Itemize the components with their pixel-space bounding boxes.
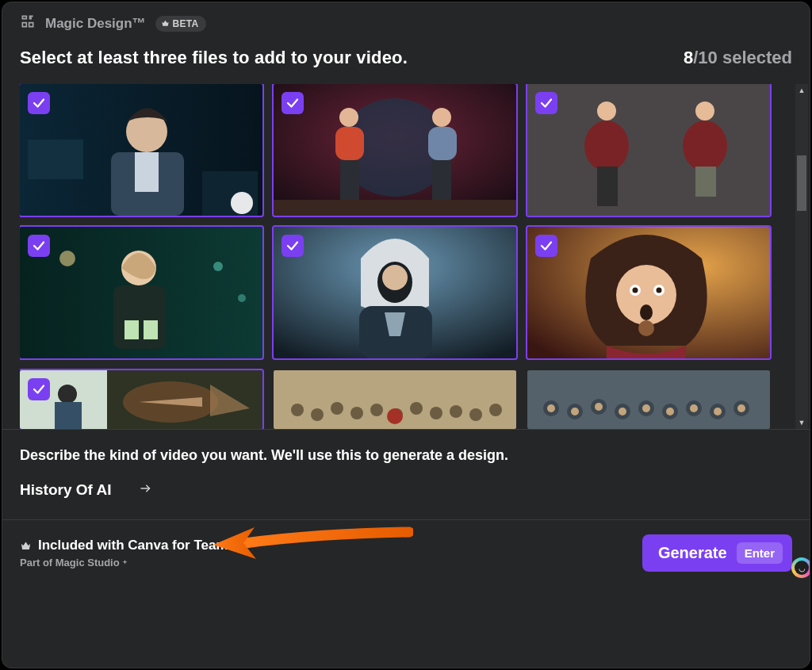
svg-point-6 (231, 192, 253, 214)
svg-point-59 (489, 404, 502, 416)
selection-header: Select at least three files to add to yo… (2, 41, 810, 84)
svg-rect-14 (432, 160, 451, 200)
svg-point-76 (666, 408, 674, 415)
svg-point-49 (291, 404, 304, 416)
sparkle-icon (121, 559, 128, 566)
crown-icon (20, 540, 32, 552)
svg-point-42 (638, 320, 654, 336)
svg-point-9 (339, 108, 358, 127)
svg-rect-15 (274, 200, 516, 216)
enter-key-chip: Enter (737, 542, 783, 564)
svg-rect-29 (124, 320, 139, 339)
svg-rect-1 (28, 140, 83, 179)
generate-button[interactable]: Generate Enter (642, 534, 792, 572)
svg-rect-30 (144, 320, 158, 339)
svg-point-51 (331, 402, 343, 415)
svg-point-17 (597, 101, 616, 121)
scroll-down-button[interactable]: ▼ (795, 416, 808, 429)
svg-rect-11 (340, 160, 359, 200)
media-thumb-1[interactable] (20, 84, 262, 216)
svg-point-60 (387, 408, 403, 424)
svg-point-75 (642, 404, 650, 412)
svg-rect-13 (428, 127, 457, 160)
svg-rect-61 (527, 370, 770, 429)
svg-point-72 (571, 408, 579, 415)
svg-point-57 (450, 405, 462, 418)
svg-point-58 (469, 408, 482, 421)
checkbox-icon (28, 235, 50, 257)
magic-design-icon (20, 13, 36, 33)
arrow-right-icon (139, 481, 153, 499)
assistant-badge[interactable]: ◡ (791, 557, 810, 578)
prompt-input[interactable] (20, 481, 131, 499)
included-with-label: Included with Canva for Teams (20, 538, 236, 553)
svg-point-71 (547, 404, 555, 412)
checkbox-icon (535, 235, 557, 257)
media-thumb-6[interactable] (527, 227, 770, 358)
selection-counter: 8/10 selected (684, 48, 792, 68)
svg-rect-16 (527, 84, 770, 216)
gallery-scrollbar[interactable]: ▲ ▼ (795, 84, 808, 429)
svg-point-77 (690, 404, 698, 412)
part-of-label: Part of Magic Studio (20, 557, 236, 569)
media-thumb-7[interactable] (20, 370, 262, 429)
media-thumb-9[interactable] (527, 370, 770, 429)
checkbox-icon (282, 235, 304, 257)
svg-rect-22 (695, 167, 716, 197)
svg-point-33 (382, 265, 408, 290)
svg-point-38 (633, 288, 638, 293)
svg-point-21 (683, 121, 727, 171)
svg-point-40 (657, 288, 662, 293)
panel-footer: Included with Canva for Teams Part of Ma… (2, 519, 810, 589)
scroll-up-button[interactable]: ▲ (795, 84, 808, 97)
panel-title: Magic Design™ (45, 16, 146, 32)
checkbox-icon (28, 378, 50, 400)
describe-label: Describe the kind of video you want. We'… (20, 447, 792, 464)
svg-point-25 (213, 262, 223, 271)
svg-point-56 (430, 407, 442, 419)
gallery-wrapper: ▲ ▼ (20, 84, 810, 429)
svg-point-45 (58, 385, 77, 404)
scroll-thumb[interactable] (797, 155, 806, 211)
svg-point-52 (350, 407, 363, 419)
svg-rect-46 (55, 402, 82, 429)
media-thumb-5[interactable] (274, 227, 516, 358)
svg-point-12 (432, 108, 451, 127)
svg-point-55 (410, 402, 423, 415)
svg-rect-28 (113, 285, 166, 349)
svg-point-74 (619, 408, 626, 415)
media-thumb-2[interactable] (274, 84, 516, 216)
svg-point-78 (714, 408, 722, 415)
svg-point-53 (370, 404, 383, 416)
beta-badge: BETA (155, 16, 206, 32)
selection-instruction: Select at least three files to add to yo… (20, 48, 408, 68)
checkbox-icon (282, 92, 304, 114)
svg-rect-10 (335, 127, 364, 160)
describe-section: Describe the kind of video you want. We'… (2, 429, 810, 519)
media-thumb-8[interactable] (274, 370, 516, 429)
svg-rect-19 (597, 167, 618, 206)
svg-point-20 (695, 101, 714, 121)
checkbox-icon (28, 92, 50, 114)
svg-point-24 (59, 251, 75, 266)
media-thumb-3[interactable] (527, 84, 770, 216)
svg-rect-5 (135, 152, 159, 192)
svg-point-73 (595, 403, 603, 411)
media-thumb-4[interactable] (20, 227, 262, 358)
svg-point-41 (640, 304, 653, 320)
svg-point-50 (311, 408, 324, 421)
checkbox-icon (535, 92, 557, 114)
svg-point-26 (238, 294, 246, 302)
media-gallery[interactable] (20, 84, 773, 429)
svg-point-18 (584, 121, 629, 171)
panel-header: Magic Design™ BETA (2, 2, 810, 41)
crown-icon (161, 19, 170, 28)
magic-design-panel: Magic Design™ BETA Select at least three… (2, 2, 810, 668)
svg-point-79 (737, 404, 745, 412)
